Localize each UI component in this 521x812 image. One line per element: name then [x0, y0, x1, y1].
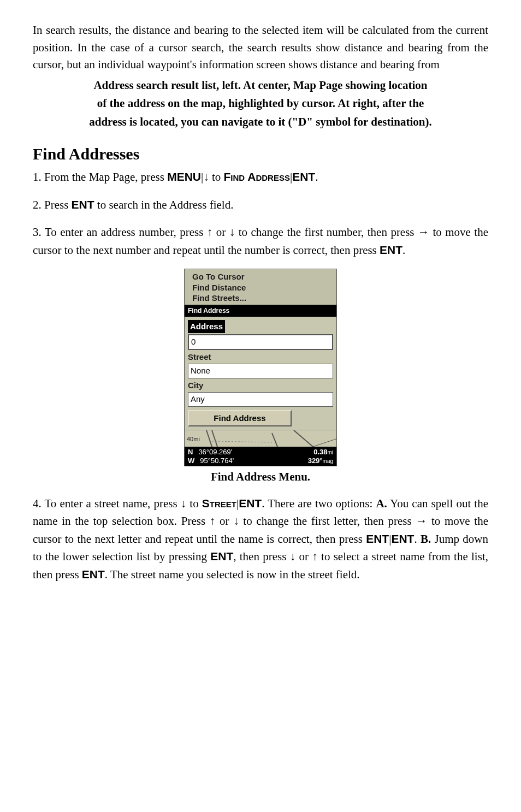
lon-dir: W	[188, 457, 194, 465]
label-city: City	[188, 380, 333, 392]
section-heading: Find Addresses	[33, 141, 488, 166]
step3-end: .	[402, 244, 405, 257]
dist-unit: mi	[327, 449, 333, 455]
figure: Go To Cursor Find Distance Find Streets.…	[33, 269, 488, 466]
menu-item-find-address-selected: Find Address	[185, 305, 336, 317]
key-ent: ENT	[292, 170, 315, 183]
bearing-value: 329°	[308, 457, 323, 465]
up-arrow-icon: ↑	[207, 226, 213, 238]
svg-line-4	[294, 430, 313, 447]
map-roads-icon	[185, 430, 336, 447]
s4-or2: or	[295, 550, 312, 563]
step2-text-a: 2. Press	[33, 198, 72, 211]
prev-caption-line2: of the address on the map, highlighted b…	[33, 95, 488, 112]
input-address: 0	[188, 334, 333, 350]
dist-value: 0.38	[313, 448, 327, 456]
figure-caption: Find Address Menu.	[33, 469, 488, 486]
s4-f: .	[414, 532, 421, 546]
s4-b: . There are two options:	[262, 497, 376, 510]
s4-h: , then press	[233, 550, 289, 563]
distance-bearing: 0.38mi 329°mag	[308, 448, 333, 465]
key-ent: ENT	[239, 497, 262, 509]
step3-or: or	[212, 226, 229, 239]
lat-value: 36°09.269'	[198, 448, 232, 456]
s4-d: to change the first letter, then press	[239, 514, 416, 527]
step3-a: 3. To enter an address number, press	[33, 226, 207, 239]
up-arrow-icon: ↑	[210, 514, 216, 527]
s4-to: to	[186, 497, 202, 510]
step-3: 3. To enter an address number, press ↑ o…	[33, 223, 488, 259]
svg-line-0	[206, 430, 212, 447]
key-ent: ENT	[210, 550, 233, 562]
key-street: Street	[202, 497, 236, 509]
svg-line-1	[212, 430, 217, 447]
right-arrow-icon: →	[416, 514, 427, 527]
step-4: 4. To enter a street name, press ↓ to St…	[33, 495, 488, 584]
menu-item-goto-cursor: Go To Cursor	[192, 271, 331, 282]
down-arrow-icon: ↓	[181, 497, 187, 509]
menu-item-find-distance: Find Distance	[192, 282, 331, 293]
s4-or: or	[215, 514, 233, 527]
input-city: Any	[188, 392, 333, 407]
svg-line-5	[313, 438, 336, 447]
prev-caption-line3: address is located, you can navigate to …	[33, 114, 488, 131]
device-screenshot: Go To Cursor Find Distance Find Streets.…	[184, 269, 337, 466]
option-a-label: A.	[376, 497, 387, 510]
label-street: Street	[188, 351, 333, 364]
menu-item-find-streets: Find Streets...	[192, 293, 331, 304]
step2-text-b: to search in the Address field.	[94, 198, 234, 211]
intro-paragraph: In search results, the distance and bear…	[33, 22, 488, 74]
key-ent: ENT	[82, 568, 105, 580]
step-1: 1. From the Map Page, press MENU|↓ to Fi…	[33, 168, 488, 186]
up-arrow-icon: ↑	[312, 550, 318, 562]
key-ent: ENT	[380, 244, 402, 256]
key-ent: ENT	[72, 198, 94, 211]
down-arrow-icon: ↓	[290, 550, 296, 562]
find-address-button: Find Address	[188, 410, 292, 427]
device-form: Address 0 Street None City Any Find Addr…	[185, 317, 336, 430]
lat-dir: N	[188, 448, 193, 456]
step1-to: to	[209, 170, 224, 183]
down-arrow-icon: ↓	[233, 514, 239, 527]
s4-j: . The street name you selected is now in…	[105, 568, 360, 581]
prev-caption-line1: Address search result list, left. At cen…	[33, 77, 488, 94]
svg-line-2	[212, 441, 272, 442]
step-2: 2. Press ENT to search in the Address fi…	[33, 196, 488, 214]
down-arrow-icon: ↓	[203, 170, 209, 183]
s4-a: 4. To enter a street name, press	[33, 497, 181, 510]
bearing-unit: mag	[323, 458, 333, 464]
key-ent: ENT	[391, 532, 414, 545]
down-arrow-icon: ↓	[229, 226, 235, 238]
key-ent: ENT	[366, 532, 389, 545]
key-menu: MENU	[167, 170, 201, 183]
option-b-label: B.	[421, 532, 431, 546]
input-street: None	[188, 364, 333, 378]
step1-text-a: 1. From the Map Page, press	[33, 170, 167, 183]
coordinates: N36°09.269' W95°50.764'	[188, 448, 234, 465]
device-menu-top: Go To Cursor Find Distance Find Streets.…	[185, 269, 336, 305]
lon-value: 95°50.764'	[200, 457, 234, 465]
device-footer: N36°09.269' W95°50.764' 0.38mi 329°mag	[185, 447, 336, 466]
svg-line-3	[272, 433, 277, 447]
label-address: Address	[188, 320, 225, 334]
key-find-address: Find Address	[224, 170, 290, 183]
device-map-strip: 40mi	[185, 430, 336, 447]
map-scale-label: 40mi	[187, 435, 200, 444]
right-arrow-icon: →	[418, 226, 429, 238]
step3-b: to change the first number, then press	[235, 226, 418, 239]
step1-end: .	[315, 170, 318, 183]
